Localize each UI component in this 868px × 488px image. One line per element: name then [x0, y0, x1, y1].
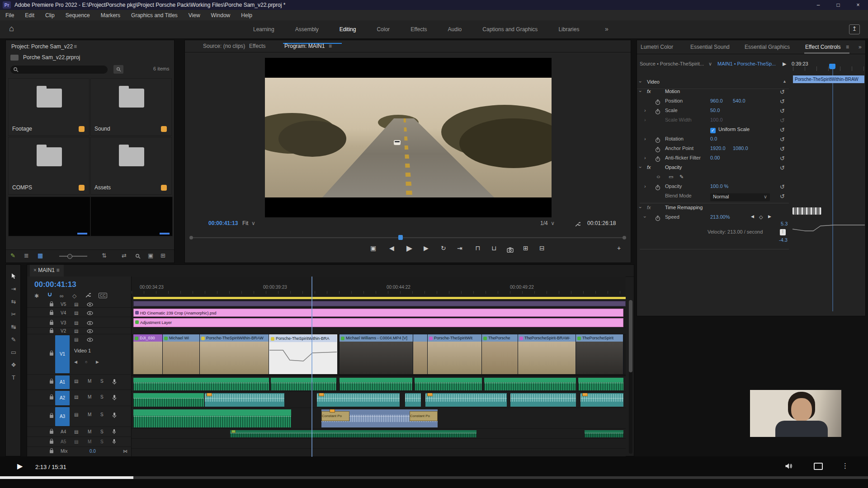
- a1-audio-clip[interactable]: [340, 378, 412, 390]
- play-button[interactable]: ▶: [406, 244, 412, 253]
- menu-clip[interactable]: Clip: [40, 12, 60, 19]
- v1-clip-theporschespirit-2[interactable]: ThePorscheSpirit: [576, 334, 623, 374]
- solo-button[interactable]: S: [100, 394, 104, 399]
- a4-audio-clip[interactable]: [230, 430, 476, 437]
- volume-icon[interactable]: [785, 463, 793, 471]
- next-keyframe-icon[interactable]: ▶: [768, 214, 771, 219]
- v1-track-name[interactable]: Video 1: [74, 348, 91, 353]
- fx-clip-bar[interactable]: Porsche-TheSpiritWithin-BRAW: [793, 75, 864, 83]
- rectangle-tool[interactable]: ▭: [6, 349, 21, 356]
- program-video-frame[interactable]: [265, 58, 552, 217]
- voiceover-mic-icon[interactable]: [112, 394, 117, 402]
- track-visibility-eye-icon[interactable]: [87, 302, 93, 308]
- add-marker-icon[interactable]: ▣: [370, 244, 376, 252]
- solo-button[interactable]: S: [100, 379, 104, 384]
- track-head-v2[interactable]: V2 ▤: [27, 328, 132, 334]
- stopwatch-icon[interactable]: [655, 185, 660, 190]
- menu-window[interactable]: Window: [206, 12, 236, 19]
- reset-icon[interactable]: ↺: [780, 108, 785, 114]
- a3-audio-clip[interactable]: [133, 409, 291, 427]
- workspace-assembly[interactable]: Assembly: [295, 26, 319, 33]
- a1-audio-clip[interactable]: [415, 378, 482, 390]
- blend-mode-dropdown[interactable]: Normal ∨: [710, 193, 770, 201]
- zoom-slider[interactable]: [59, 256, 87, 257]
- tab-essential-sound[interactable]: Essential Sound: [690, 44, 730, 50]
- timeline-playhead[interactable]: [311, 277, 312, 457]
- lock-icon[interactable]: [50, 312, 53, 315]
- menu-file[interactable]: File: [0, 12, 19, 19]
- maximize-button[interactable]: □: [828, 0, 848, 10]
- stopwatch-icon[interactable]: [655, 216, 660, 221]
- track-head-a3[interactable]: A3 ▤ M S: [27, 406, 132, 427]
- antiflicker-value[interactable]: 0.00: [710, 155, 720, 160]
- lock-icon[interactable]: [50, 352, 53, 356]
- position-x-value[interactable]: 960.0: [710, 98, 723, 103]
- hand-tool[interactable]: ❖: [6, 361, 21, 368]
- bin-sound[interactable]: Sound: [90, 78, 172, 136]
- twirl-icon[interactable]: ›: [638, 206, 643, 208]
- menu-view[interactable]: View: [183, 12, 206, 19]
- prev-keyframe-icon[interactable]: ◀: [74, 360, 77, 364]
- v1-clip-porsche-braw-selected[interactable]: Porsche-TheSpiritWithin-BRA: [269, 334, 337, 374]
- a2-audio-clip[interactable]: [317, 393, 400, 407]
- reset-icon[interactable]: ↺: [780, 183, 785, 190]
- pen-mask-icon[interactable]: ✎: [679, 174, 684, 180]
- workspace-libraries[interactable]: Libraries: [558, 26, 579, 33]
- v4-clip[interactable]: HD Cinematic 239 Crop (Anamorphic).psd: [133, 309, 623, 317]
- solo-button[interactable]: S: [100, 439, 104, 444]
- workspace-editing[interactable]: Editing: [340, 26, 356, 33]
- lift-icon[interactable]: ⊓: [475, 244, 480, 252]
- more-options-icon[interactable]: ⋮: [842, 462, 849, 470]
- fx-sequence-clip-tab[interactable]: MAIN1 • Porsche-TheSp...: [717, 61, 776, 66]
- reset-icon[interactable]: ↺: [780, 98, 785, 105]
- reset-icon[interactable]: ↺: [780, 136, 785, 143]
- workspace-learning[interactable]: Learning: [253, 26, 274, 33]
- captions-icon[interactable]: CC: [99, 293, 107, 298]
- a2-audio-clip[interactable]: [205, 393, 284, 407]
- master-level-value[interactable]: 0.0: [90, 449, 96, 454]
- track-head-mix[interactable]: Mix 0.0 ⋈: [27, 447, 132, 456]
- track-visibility-eye-icon[interactable]: [87, 321, 93, 326]
- anchor-x-value[interactable]: 1920.0: [710, 145, 726, 151]
- writable-pencil-icon[interactable]: ✎: [10, 252, 15, 259]
- reset-icon[interactable]: ↺: [780, 193, 785, 200]
- bowtie-automation-icon[interactable]: ⋈: [123, 449, 127, 454]
- comparison-view-icon[interactable]: ⊞: [523, 244, 528, 252]
- speed-ramp-graph[interactable]: [269, 342, 337, 374]
- opacity-effect-row[interactable]: › fx Opacity ↺: [637, 164, 791, 174]
- rectangle-mask-icon[interactable]: ▭: [669, 174, 673, 180]
- a1-audio-clip[interactable]: [271, 378, 336, 390]
- list-view-icon[interactable]: ≣: [24, 252, 29, 259]
- twirl-icon[interactable]: ›: [644, 108, 646, 113]
- tab-source-monitor[interactable]: Source: (no clips): [203, 43, 245, 49]
- a1-audio-clip[interactable]: [578, 378, 623, 390]
- crossfade-constant-power[interactable]: Constant Po: [410, 411, 438, 421]
- a1-audio-clip[interactable]: [133, 378, 269, 390]
- track-head-a2[interactable]: A2 ▤ M S: [27, 390, 132, 406]
- timeline-settings-wrench-icon[interactable]: [85, 292, 91, 300]
- add-keyframe-icon[interactable]: ◇: [759, 214, 763, 220]
- step-back-icon[interactable]: ◀: [389, 244, 394, 252]
- twirl-icon[interactable]: ›: [638, 166, 643, 168]
- scale-value[interactable]: 50.0: [710, 108, 720, 113]
- monitor-panel-menu-icon[interactable]: ≡: [329, 43, 332, 49]
- a2-audio-clip[interactable]: [425, 393, 507, 407]
- source-patch-icon[interactable]: ▤: [74, 337, 78, 342]
- track-visibility-eye-icon[interactable]: [87, 329, 93, 334]
- tab-program-monitor[interactable]: Program: MAIN1: [284, 43, 325, 49]
- solo-button[interactable]: S: [100, 412, 104, 417]
- source-patch-icon[interactable]: ▤: [74, 320, 78, 325]
- timeline-panel-menu-icon[interactable]: ≡: [56, 267, 59, 273]
- v1-clip-theporsche[interactable]: ThePorsche: [482, 334, 518, 374]
- v5-clip[interactable]: [133, 301, 626, 306]
- minimize-button[interactable]: –: [808, 0, 828, 10]
- source-patch-icon[interactable]: ▤: [74, 379, 78, 384]
- play-in-out-icon[interactable]: ⇥: [457, 244, 462, 252]
- lock-icon[interactable]: [50, 441, 53, 444]
- source-patch-icon[interactable]: ▤: [74, 439, 78, 444]
- twirl-icon[interactable]: ›: [644, 183, 646, 189]
- v1-clip-theporschespirit-braw[interactable]: ThePorscheSpirit-BRAW-: [518, 334, 576, 374]
- track-head-v1[interactable]: V1 ▤ Video 1 ◀ ○ ▶: [27, 334, 132, 375]
- tab-effects[interactable]: Effects: [249, 43, 265, 49]
- tabs-overflow-icon[interactable]: »: [859, 44, 862, 50]
